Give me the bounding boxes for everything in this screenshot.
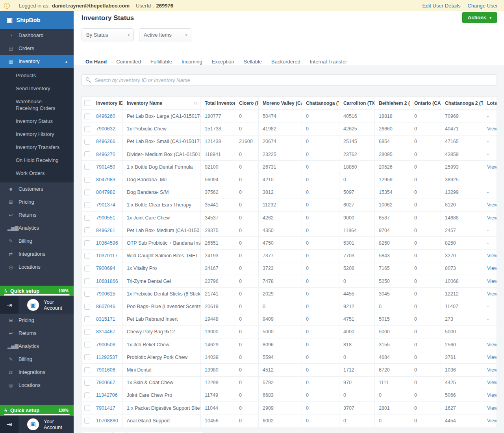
lots-link[interactable]: View (487, 253, 497, 258)
submenu-item-on-hold-receiving[interactable]: On Hold Receiving (0, 154, 74, 167)
row-checkbox[interactable] (84, 418, 90, 424)
sidebar-item-returns[interactable]: ↩ Returns (0, 208, 74, 221)
inventory-id-link[interactable]: 7901606 (96, 367, 115, 373)
inventory-id-link[interactable]: 8607046 (96, 304, 115, 309)
lots-link[interactable]: View (487, 266, 497, 271)
lots-link[interactable]: View (487, 202, 497, 208)
col-ontario[interactable]: Ontario (CA) (410, 97, 441, 110)
by-status-select[interactable]: By Status ▾ (82, 28, 134, 41)
row-checkbox[interactable] (84, 126, 90, 132)
inventory-id-link[interactable]: 11292537 (96, 355, 118, 360)
submenu-item-inventory-history[interactable]: Inventory History (0, 128, 74, 141)
col-moreno-valley[interactable]: Moreno Valley (CA) (259, 97, 302, 110)
row-checkbox[interactable] (84, 266, 90, 271)
search-input[interactable] (82, 74, 497, 85)
row-checkbox[interactable] (84, 380, 90, 386)
row-checkbox[interactable] (84, 202, 90, 208)
inventory-id-link[interactable]: 7900632 (96, 126, 115, 132)
inventory-id-link[interactable]: 8315171 (96, 316, 115, 322)
lots-link[interactable]: View (487, 342, 497, 348)
inventory-id-link[interactable]: 7901450 (96, 164, 115, 170)
inventory-id-link[interactable]: 8496261 (96, 228, 115, 233)
inventory-id-link[interactable]: 10708880 (96, 418, 118, 424)
row-checkbox[interactable] (84, 342, 90, 348)
row-checkbox[interactable] (84, 278, 90, 284)
inventory-id-link[interactable]: 7900551 (96, 215, 115, 221)
inventory-id-link[interactable]: 7900615 (96, 291, 115, 297)
submenu-item-send-inventory[interactable]: Send Inventory (0, 82, 74, 95)
sidebar-item-orders[interactable]: ▤ Orders (0, 42, 74, 55)
logout-icon[interactable]: ⇥ (0, 296, 19, 314)
actions-button[interactable]: Actions ▾ (462, 12, 497, 23)
your-account-row-2[interactable]: ⇥ ▣ Your Account (0, 416, 74, 433)
row-checkbox[interactable] (84, 190, 90, 195)
col-inventory-name[interactable]: Inventory Name ↑↓ (123, 97, 201, 110)
inventory-id-link[interactable]: 11342706 (96, 392, 118, 398)
col-cicero[interactable]: Cicero (IL) (235, 97, 259, 110)
inventory-id-link[interactable]: 7901417 (96, 405, 115, 411)
col-bethlehem-2[interactable]: Bethlehem 2 (PA) (375, 97, 410, 110)
row-checkbox[interactable] (84, 405, 90, 411)
sidebar-item-inventory[interactable]: ▦ Inventory ▴ (0, 55, 74, 68)
sidebar-item-returns[interactable]: ↩ Returns (0, 327, 74, 340)
sidebar-item-dashboard[interactable]: ◔ Dashboard (0, 29, 74, 42)
select-all-checkbox[interactable] (84, 100, 90, 106)
inventory-id-link[interactable]: 10370117 (96, 253, 118, 258)
lots-link[interactable]: View (487, 418, 497, 424)
row-checkbox[interactable] (84, 240, 90, 246)
submenu-item-inventory-status[interactable]: Inventory Status (0, 115, 74, 128)
col-lots[interactable]: Lots (483, 97, 497, 110)
sidebar-item-billing[interactable]: ✎ Billing (0, 234, 74, 247)
sidebar-item-billing[interactable]: ✎ Billing (0, 353, 74, 366)
inventory-id-link[interactable]: 8047982 (96, 190, 115, 195)
inventory-id-link[interactable]: 7900506 (96, 342, 115, 348)
your-account-row[interactable]: ⇥ ▣ Your Account (0, 296, 74, 314)
row-checkbox[interactable] (84, 304, 90, 310)
col-chattanooga-2[interactable]: Chattanooga 2 (TN) (441, 97, 483, 110)
active-items-select[interactable]: Active Items ▾ (139, 28, 191, 41)
submenu-item-products[interactable]: Products (0, 69, 74, 82)
row-checkbox[interactable] (84, 151, 90, 157)
inventory-id-link[interactable]: 7900667 (96, 380, 115, 385)
lots-link[interactable]: View (487, 405, 497, 411)
row-checkbox[interactable] (84, 227, 90, 233)
sidebar-item-locations[interactable]: ◎ Locations (0, 260, 74, 273)
lots-link[interactable]: View (487, 291, 497, 297)
inventory-id-link[interactable]: 10364596 (96, 240, 118, 246)
submenu-item-inventory-transfers[interactable]: Inventory Transfers (0, 141, 74, 154)
sidebar-item-locations[interactable]: ◎ Locations (0, 379, 74, 392)
row-checkbox[interactable] (84, 329, 90, 335)
row-checkbox[interactable] (84, 367, 90, 373)
logout-icon[interactable]: ⇥ (0, 416, 19, 433)
submenu-item-warehouse-receiving-orders[interactable]: Warehouse Receiving Orders (0, 95, 74, 115)
sort-icon[interactable]: ↑↓ (194, 100, 196, 105)
row-checkbox[interactable] (84, 113, 90, 119)
lots-link[interactable]: View (487, 279, 497, 284)
row-checkbox[interactable] (84, 139, 90, 145)
row-checkbox[interactable] (84, 177, 90, 183)
row-checkbox[interactable] (84, 164, 90, 170)
inventory-id-link[interactable]: 8047983 (96, 177, 115, 182)
lots-link[interactable]: View (487, 215, 497, 221)
inventory-id-link[interactable]: 8496260 (96, 113, 115, 119)
row-checkbox[interactable] (84, 392, 90, 398)
sidebar-item-integrations[interactable]: ⇄ Integrations (0, 247, 74, 260)
col-chattanooga[interactable]: Chattanooga (TN) (302, 97, 339, 110)
edit-user-details-link[interactable]: Edit User Details (422, 3, 461, 9)
row-checkbox[interactable] (84, 354, 90, 360)
inventory-id-link[interactable]: 8496270 (96, 152, 115, 157)
inventory-id-link[interactable]: 7900694 (96, 266, 115, 271)
lots-link[interactable]: View (487, 164, 497, 170)
col-inventory-id[interactable]: Inventory ID (92, 97, 123, 110)
sidebar-item-pricing[interactable]: ⊞ Pricing (0, 195, 74, 208)
submenu-item-work-orders[interactable]: Work Orders (0, 167, 74, 180)
inventory-id-link[interactable]: 7901374 (96, 202, 115, 208)
row-checkbox[interactable] (84, 253, 90, 259)
quick-setup-button[interactable]: ϟ Quick setup 100% (0, 286, 74, 296)
select-all-checkbox-cell[interactable] (82, 97, 92, 110)
col-carrollton[interactable]: Carrollton (TX) (339, 97, 375, 110)
lots-link[interactable]: View (487, 355, 497, 360)
lots-link[interactable]: View (487, 392, 497, 398)
lots-link[interactable]: View (487, 380, 497, 385)
row-checkbox[interactable] (84, 316, 90, 322)
